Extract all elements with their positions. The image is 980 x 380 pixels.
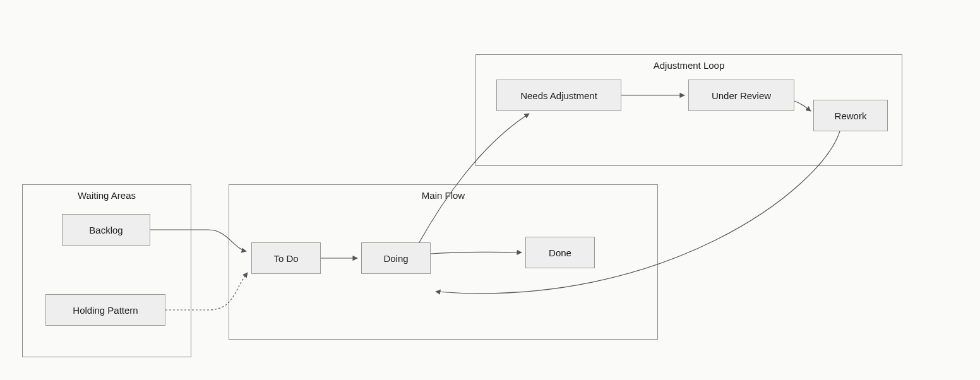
node-todo: To Do (251, 242, 321, 274)
node-backlog-label: Backlog (89, 225, 122, 235)
group-title-waiting-areas: Waiting Areas (23, 190, 191, 201)
node-done: Done (525, 237, 595, 268)
node-todo-label: To Do (273, 253, 298, 264)
group-title-adjustment-loop: Adjustment Loop (476, 60, 902, 71)
node-rework: Rework (813, 100, 888, 131)
node-backlog: Backlog (62, 214, 150, 246)
node-under-review-label: Under Review (712, 90, 771, 101)
node-needs-adjustment-label: Needs Adjustment (520, 90, 597, 101)
node-needs-adjustment: Needs Adjustment (496, 80, 621, 111)
group-waiting-areas: Waiting Areas (22, 184, 191, 357)
node-done-label: Done (549, 247, 571, 258)
node-holding-pattern-label: Holding Pattern (73, 305, 138, 316)
node-rework-label: Rework (835, 110, 867, 121)
node-doing: Doing (361, 242, 431, 274)
node-holding-pattern: Holding Pattern (45, 294, 165, 326)
node-under-review: Under Review (688, 80, 794, 111)
node-doing-label: Doing (383, 253, 408, 264)
group-title-main-flow: Main Flow (229, 190, 657, 201)
